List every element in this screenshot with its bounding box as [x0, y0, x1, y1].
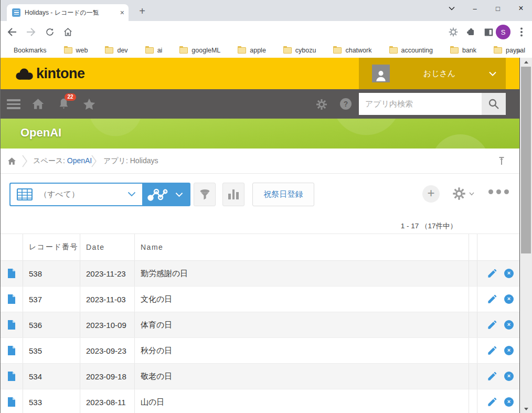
- view-dropdown[interactable]: （すべて）: [10, 184, 142, 205]
- cell-date: 2023-09-23: [80, 338, 135, 363]
- portal-home-icon[interactable]: [31, 97, 45, 111]
- minimize-button[interactable]: –: [463, 0, 486, 17]
- chevron-down-icon: [469, 192, 474, 196]
- filter-button[interactable]: [194, 183, 216, 206]
- chevron-down-icon: [489, 71, 496, 76]
- favorites-star-icon[interactable]: [82, 97, 97, 111]
- chart-button[interactable]: [222, 183, 244, 206]
- edit-pencil-icon[interactable]: [487, 294, 497, 304]
- delete-record-icon[interactable]: ×: [504, 294, 514, 304]
- graph-view-button[interactable]: [142, 184, 189, 205]
- extensions-puzzle-icon[interactable]: [464, 26, 477, 38]
- header-name[interactable]: Name: [135, 234, 469, 260]
- help-icon[interactable]: ?: [340, 98, 352, 110]
- table-row[interactable]: 536 2023-10-09 体育の日 ×: [1, 312, 523, 338]
- bookmark-item[interactable]: googleML: [176, 47, 220, 54]
- bookmark-item[interactable]: apple: [234, 47, 266, 54]
- edit-pencil-icon[interactable]: [487, 320, 497, 330]
- home-icon[interactable]: [61, 26, 74, 38]
- bookmarks-overflow-icon[interactable]: »: [517, 47, 521, 55]
- scrollbar-thumb[interactable]: [521, 67, 531, 253]
- app-settings-button[interactable]: [452, 186, 474, 201]
- header-record-no[interactable]: レコード番号: [23, 234, 80, 260]
- delete-record-icon[interactable]: ×: [504, 397, 514, 407]
- browser-menu-icon[interactable]: [515, 26, 528, 38]
- record-detail-icon[interactable]: [7, 268, 16, 279]
- chevron-down-icon: [175, 192, 183, 197]
- space-title[interactable]: OpenAI: [20, 126, 61, 140]
- kintone-favicon-icon: [12, 8, 20, 17]
- delete-record-icon[interactable]: ×: [504, 346, 514, 355]
- bookmark-item[interactable]: accounting: [386, 47, 433, 54]
- breadcrumb-space: スペース: OpenAI: [33, 156, 92, 166]
- register-holiday-button[interactable]: 祝祭日登録: [252, 183, 314, 206]
- scroll-down-icon[interactable]: [520, 405, 532, 413]
- table-row[interactable]: 538 2023-11-23 勤労感謝の日 ×: [1, 261, 523, 287]
- record-detail-icon[interactable]: [7, 320, 16, 330]
- edit-pencil-icon[interactable]: [487, 269, 497, 279]
- new-tab-button[interactable]: +: [135, 4, 150, 19]
- side-panel-icon[interactable]: [482, 26, 495, 38]
- folder-icon: [450, 47, 459, 54]
- edit-pencil-icon[interactable]: [487, 346, 497, 356]
- bookmark-item[interactable]: web: [60, 47, 88, 54]
- table-row[interactable]: 533 2023-08-11 山の日 ×: [1, 389, 523, 413]
- more-options-icon[interactable]: [488, 189, 509, 194]
- extension-gear-icon[interactable]: [447, 26, 460, 38]
- cell-record-no: 534: [23, 364, 80, 389]
- delete-record-icon[interactable]: ×: [504, 320, 514, 330]
- record-detail-icon[interactable]: [7, 294, 16, 304]
- record-detail-icon[interactable]: [7, 397, 16, 407]
- pin-icon[interactable]: [498, 156, 505, 166]
- record-detail-icon[interactable]: [7, 345, 16, 356]
- page-content: kintone おじさん 22 ? アプリ内検索: [1, 58, 523, 413]
- kintone-logo[interactable]: kintone: [14, 66, 85, 82]
- bookmark-item[interactable]: chatwork: [329, 47, 371, 54]
- view-selector[interactable]: （すべて）: [9, 183, 190, 206]
- delete-record-icon[interactable]: ×: [504, 372, 514, 381]
- cell-name: 文化の日: [135, 287, 469, 312]
- folder-icon: [283, 47, 292, 54]
- folder-icon: [494, 47, 502, 54]
- edit-pencil-icon[interactable]: [487, 372, 497, 382]
- add-record-button[interactable]: +: [422, 185, 440, 203]
- tab-title: Holidays - レコードの一覧: [25, 8, 117, 17]
- maximize-button[interactable]: □: [486, 0, 509, 17]
- breadcrumb-home-icon[interactable]: [7, 156, 17, 166]
- header-date[interactable]: Date: [80, 234, 135, 260]
- folder-icon: [179, 47, 188, 54]
- page-scrollbar[interactable]: [519, 58, 532, 413]
- menu-hamburger-icon[interactable]: [7, 99, 20, 109]
- notifications-bell-icon[interactable]: 22: [57, 97, 70, 111]
- search-input[interactable]: アプリ内検索: [359, 93, 482, 115]
- bookmarks-label[interactable]: Bookmarks: [14, 47, 47, 54]
- back-icon[interactable]: [6, 26, 18, 38]
- edit-pencil-icon[interactable]: [487, 397, 497, 407]
- search-button[interactable]: [482, 93, 506, 115]
- table-view-icon: [16, 188, 33, 201]
- reload-icon[interactable]: [44, 26, 56, 38]
- bookmark-item[interactable]: bank: [446, 47, 476, 54]
- tab-close-icon[interactable]: ×: [120, 8, 124, 17]
- cell-date: 2023-09-18: [80, 364, 135, 389]
- scroll-up-icon[interactable]: [520, 58, 532, 66]
- profile-avatar[interactable]: S: [496, 25, 510, 39]
- breadcrumb-space-link[interactable]: OpenAI: [67, 156, 92, 165]
- bookmarks-bar: Bookmarks web dev ai googleML apple cybo…: [1, 43, 532, 58]
- browser-tab[interactable]: Holidays - レコードの一覧 ×: [7, 4, 129, 21]
- record-detail-icon[interactable]: [7, 371, 16, 382]
- bookmark-item[interactable]: ai: [142, 47, 163, 54]
- delete-record-icon[interactable]: ×: [504, 269, 514, 278]
- view-name: （すべて）: [39, 189, 79, 199]
- bookmark-item[interactable]: dev: [101, 47, 127, 54]
- table-row[interactable]: 537 2023-11-03 文化の日 ×: [1, 287, 523, 312]
- user-menu[interactable]: おじさん: [359, 58, 506, 89]
- tab-search-icon[interactable]: [440, 0, 463, 17]
- chevron-down-icon: [127, 192, 136, 197]
- table-row[interactable]: 534 2023-09-18 敬老の日 ×: [1, 364, 523, 389]
- cell-name: 山の日: [135, 389, 469, 413]
- app-gear-icon[interactable]: [315, 98, 328, 111]
- bookmark-item[interactable]: cybozu: [280, 47, 316, 54]
- close-button[interactable]: ×: [509, 0, 532, 17]
- table-row[interactable]: 535 2023-09-23 秋分の日 ×: [1, 338, 523, 364]
